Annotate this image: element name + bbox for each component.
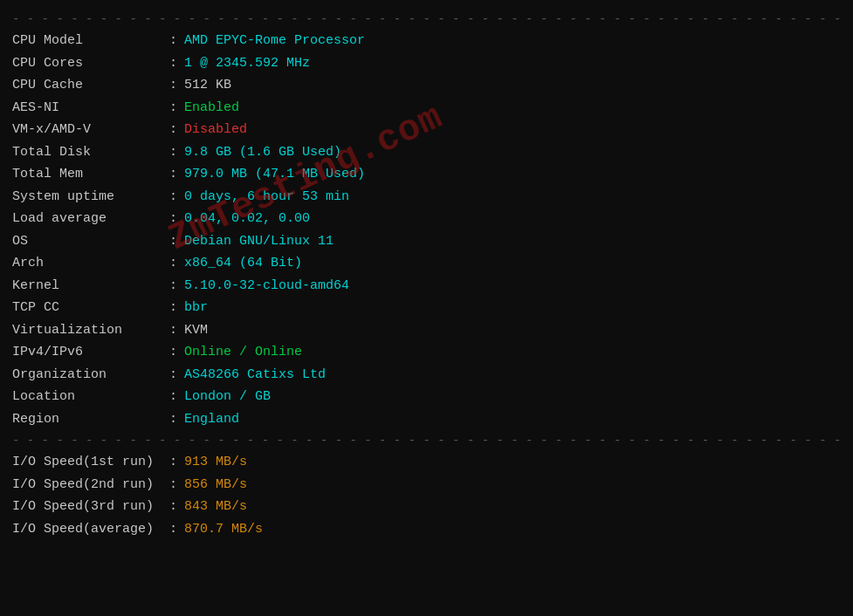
info-row: Organization: AS48266 Catixs Ltd xyxy=(12,364,841,387)
io-row-colon: : xyxy=(169,451,177,474)
info-row: Total Disk: 9.8 GB (1.6 GB Used) xyxy=(12,141,841,164)
io-row-label: I/O Speed(2nd run) xyxy=(12,474,169,496)
row-label: System uptime xyxy=(12,186,169,209)
row-value: 1 @ 2345.592 MHz xyxy=(184,52,310,75)
middle-divider: - - - - - - - - - - - - - - - - - - - - … xyxy=(12,434,841,448)
row-colon: : xyxy=(169,74,177,97)
row-label: IPv4/IPv6 xyxy=(12,341,169,364)
row-colon: : xyxy=(169,119,177,141)
io-row-value: 913 MB/s xyxy=(184,451,247,474)
row-value: KVM xyxy=(184,319,208,342)
io-row-colon: : xyxy=(169,496,177,518)
row-value: bbr xyxy=(184,297,208,319)
row-value: 5.10.0-32-cloud-amd64 xyxy=(184,275,349,298)
info-row: Region: England xyxy=(12,408,841,431)
info-row: System uptime: 0 days, 6 hour 53 min xyxy=(12,186,841,209)
row-value: 0.04, 0.02, 0.00 xyxy=(184,208,310,230)
info-row: VM-x/AMD-V: Disabled xyxy=(12,119,841,141)
io-speed-section: I/O Speed(1st run): 913 MB/sI/O Speed(2n… xyxy=(12,451,841,540)
info-row: Total Mem: 979.0 MB (47.1 MB Used) xyxy=(12,163,841,186)
info-row: IPv4/IPv6: Online / Online xyxy=(12,341,841,364)
row-label: Virtualization xyxy=(12,319,169,342)
row-label: OS xyxy=(12,230,169,253)
row-label: Total Disk xyxy=(12,141,169,164)
row-label: Kernel xyxy=(12,275,169,298)
row-colon: : xyxy=(169,230,177,253)
row-label: CPU Cache xyxy=(12,74,169,97)
row-colon: : xyxy=(169,30,177,52)
row-colon: : xyxy=(169,52,177,75)
terminal-output: - - - - - - - - - - - - - - - - - - - - … xyxy=(0,0,853,552)
row-value: Enabled xyxy=(184,97,239,120)
row-value: Online / Online xyxy=(184,341,302,364)
row-colon: : xyxy=(169,275,177,298)
info-row: AES-NI: Enabled xyxy=(12,97,841,120)
row-colon: : xyxy=(169,386,177,408)
io-row: I/O Speed(2nd run): 856 MB/s xyxy=(12,474,841,496)
info-row: Arch: x86_64 (64 Bit) xyxy=(12,252,841,275)
row-value: 0 days, 6 hour 53 min xyxy=(184,186,349,209)
row-value: AS48266 Catixs Ltd xyxy=(184,364,326,387)
info-row: Load average: 0.04, 0.02, 0.00 xyxy=(12,208,841,230)
info-row: Location: London / GB xyxy=(12,386,841,408)
row-label: AES-NI xyxy=(12,97,169,120)
row-colon: : xyxy=(169,163,177,186)
row-label: TCP CC xyxy=(12,297,169,319)
io-row-colon: : xyxy=(169,474,177,496)
row-value: London / GB xyxy=(184,386,271,408)
row-colon: : xyxy=(169,408,177,431)
io-row-value: 856 MB/s xyxy=(184,474,247,496)
row-label: Load average xyxy=(12,208,169,230)
row-value: AMD EPYC-Rome Processor xyxy=(184,30,365,52)
system-info-section: CPU Model: AMD EPYC-Rome ProcessorCPU Co… xyxy=(12,30,841,430)
row-label: Location xyxy=(12,386,169,408)
top-divider: - - - - - - - - - - - - - - - - - - - - … xyxy=(12,12,841,26)
row-label: Region xyxy=(12,408,169,431)
row-label: Organization xyxy=(12,364,169,387)
io-row-colon: : xyxy=(169,518,177,541)
row-label: CPU Model xyxy=(12,30,169,52)
io-row-label: I/O Speed(3rd run) xyxy=(12,496,169,518)
io-row-value: 843 MB/s xyxy=(184,496,247,518)
row-colon: : xyxy=(169,97,177,120)
row-value: Debian GNU/Linux 11 xyxy=(184,230,334,253)
info-row: OS: Debian GNU/Linux 11 xyxy=(12,230,841,253)
row-value: 9.8 GB (1.6 GB Used) xyxy=(184,141,341,164)
io-row: I/O Speed(3rd run): 843 MB/s xyxy=(12,496,841,518)
info-row: TCP CC: bbr xyxy=(12,297,841,319)
row-value: Disabled xyxy=(184,119,247,141)
row-colon: : xyxy=(169,208,177,230)
row-colon: : xyxy=(169,341,177,364)
io-row-label: I/O Speed(1st run) xyxy=(12,451,169,474)
row-colon: : xyxy=(169,252,177,275)
row-colon: : xyxy=(169,141,177,164)
row-label: VM-x/AMD-V xyxy=(12,119,169,141)
io-row-label: I/O Speed(average) xyxy=(12,518,169,541)
row-value: x86_64 (64 Bit) xyxy=(184,252,302,275)
info-row: Kernel: 5.10.0-32-cloud-amd64 xyxy=(12,275,841,298)
row-colon: : xyxy=(169,364,177,387)
io-row-value: 870.7 MB/s xyxy=(184,518,263,541)
row-colon: : xyxy=(169,297,177,319)
io-row: I/O Speed(average): 870.7 MB/s xyxy=(12,518,841,541)
row-value: 512 KB xyxy=(184,74,231,97)
row-label: CPU Cores xyxy=(12,52,169,75)
info-row: CPU Cores: 1 @ 2345.592 MHz xyxy=(12,52,841,75)
io-row: I/O Speed(1st run): 913 MB/s xyxy=(12,451,841,474)
info-row: CPU Model: AMD EPYC-Rome Processor xyxy=(12,30,841,52)
row-colon: : xyxy=(169,319,177,342)
row-label: Arch xyxy=(12,252,169,275)
info-row: Virtualization: KVM xyxy=(12,319,841,342)
row-colon: : xyxy=(169,186,177,209)
info-row: CPU Cache: 512 KB xyxy=(12,74,841,97)
row-label: Total Mem xyxy=(12,163,169,186)
row-value: England xyxy=(184,408,239,431)
row-value: 979.0 MB (47.1 MB Used) xyxy=(184,163,365,186)
